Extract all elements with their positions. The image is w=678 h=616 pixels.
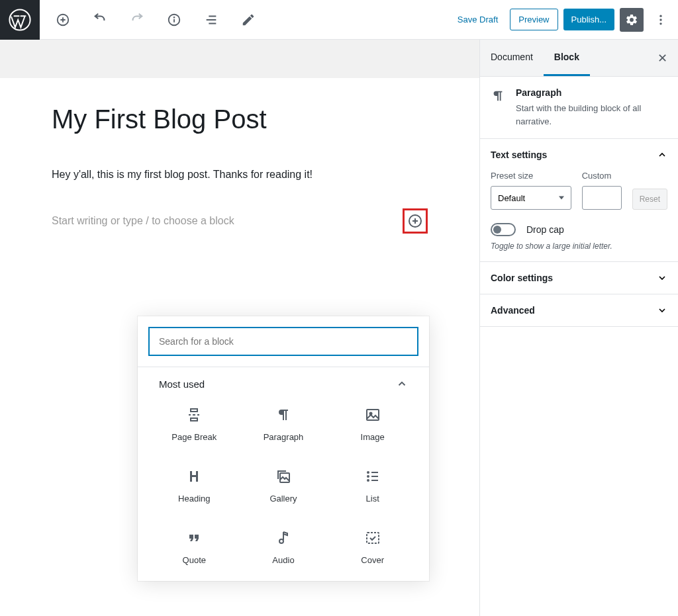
editor-area: My First Blog Post Hey y'all, this is my… <box>0 40 479 616</box>
svg-point-14 <box>279 539 283 543</box>
block-type-title: Paragraph <box>516 87 667 98</box>
inline-add-block-button[interactable] <box>403 208 428 234</box>
block-inserter-popover: Most used Page Break Paragraph Image Hea… <box>138 316 429 581</box>
chevron-up-icon <box>396 378 408 390</box>
inserter-section-header[interactable]: Most used <box>150 378 417 394</box>
redo-button[interactable] <box>126 9 148 31</box>
toolbar-right: Save Draft Preview Publish... <box>451 8 678 32</box>
info-button[interactable] <box>163 9 185 31</box>
add-block-toolbar-button[interactable] <box>52 9 74 31</box>
preset-size-label: Preset size <box>491 171 571 181</box>
svg-rect-15 <box>367 533 379 543</box>
chevron-down-icon <box>657 273 667 283</box>
block-list[interactable]: List <box>328 455 417 517</box>
chevron-up-icon <box>657 150 667 160</box>
top-toolbar: Save Draft Preview Publish... <box>0 0 678 40</box>
edit-button[interactable] <box>237 9 260 31</box>
chevron-down-icon <box>657 305 667 316</box>
block-heading[interactable]: Heading <box>150 455 239 517</box>
block-search-input[interactable] <box>148 327 418 356</box>
settings-sidebar: Document Block ✕ Paragraph Start with th… <box>479 40 678 616</box>
svg-point-12 <box>367 476 369 477</box>
svg-point-13 <box>367 480 369 481</box>
svg-point-6 <box>659 22 661 24</box>
preview-button[interactable]: Preview <box>510 9 557 30</box>
svg-point-11 <box>367 472 369 473</box>
text-settings-panel[interactable]: Text settings <box>491 150 667 160</box>
close-sidebar-button[interactable]: ✕ <box>647 51 678 66</box>
wordpress-logo[interactable] <box>0 0 40 40</box>
drop-cap-label: Drop cap <box>526 224 564 235</box>
toolbar-left <box>40 9 260 31</box>
preset-size-select[interactable]: Default <box>491 186 571 210</box>
custom-size-label: Custom <box>582 171 622 181</box>
publish-button[interactable]: Publish... <box>563 9 614 30</box>
block-quote[interactable]: Quote <box>150 517 239 578</box>
block-gallery[interactable]: Gallery <box>239 455 328 517</box>
tab-block[interactable]: Block <box>544 40 590 76</box>
svg-point-4 <box>659 15 661 17</box>
svg-rect-8 <box>367 410 379 420</box>
settings-button[interactable] <box>620 8 644 32</box>
save-draft-button[interactable]: Save Draft <box>451 15 505 24</box>
drop-cap-toggle[interactable] <box>491 223 516 236</box>
svg-point-5 <box>659 19 661 21</box>
post-title[interactable]: My First Blog Post <box>52 105 428 134</box>
more-menu-button[interactable] <box>649 8 673 32</box>
block-paragraph[interactable]: Paragraph <box>239 394 328 455</box>
drop-cap-help: Toggle to show a large initial letter. <box>491 242 667 251</box>
undo-button[interactable] <box>89 9 111 31</box>
block-image[interactable]: Image <box>328 394 417 455</box>
tab-document[interactable]: Document <box>480 40 544 76</box>
new-block-placeholder[interactable]: Start writing or type / to choose a bloc… <box>52 215 403 227</box>
reset-button[interactable]: Reset <box>632 189 667 210</box>
advanced-panel[interactable]: Advanced <box>491 305 667 316</box>
block-cover[interactable]: Cover <box>328 517 417 578</box>
inserter-section-label: Most used <box>159 378 205 390</box>
block-audio[interactable]: Audio <box>239 517 328 578</box>
svg-point-3 <box>174 17 175 17</box>
custom-size-input[interactable] <box>582 186 622 210</box>
color-settings-panel[interactable]: Color settings <box>491 273 667 283</box>
block-page-break[interactable]: Page Break <box>150 394 239 455</box>
paragraph-icon <box>491 89 505 103</box>
paragraph-block[interactable]: Hey y'all, this is my first blog post. T… <box>52 169 428 181</box>
block-type-description: Start with the building block of all nar… <box>516 102 667 128</box>
outline-button[interactable] <box>200 9 222 31</box>
